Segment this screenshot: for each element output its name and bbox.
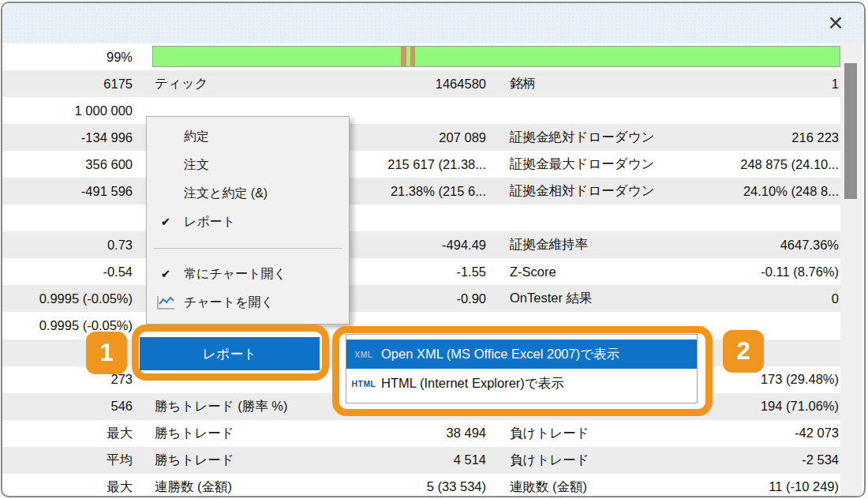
label-cell: 証拠金相対ドローダウン [510, 182, 679, 200]
menu-item-label: レポート [184, 214, 235, 231]
value-cell: 0.73 [2, 238, 133, 253]
menu-item-orders[interactable]: 注文 [148, 151, 348, 179]
annotation-badge-2: 2 [723, 330, 764, 373]
html-file-icon: HTML [346, 379, 381, 388]
value-cell: 1 000 000 [2, 103, 133, 118]
scrollbar-thumb[interactable] [844, 63, 857, 199]
tester-results-window: ✕ 99% 6175 ティック 1464580 銘柄 1 1 000 000 [1, 2, 866, 497]
checkmark-icon: ✔ [161, 215, 171, 229]
menu-item-label: チャートを開く [184, 295, 274, 311]
progress-percent-label: 99% [2, 50, 133, 65]
label-cell: 連勝数 (金額) [155, 478, 316, 496]
checkmark-icon: ✔ [161, 267, 171, 281]
value-cell: 0.9995 (-0.05%) [2, 291, 133, 306]
value-cell: 最大 [2, 425, 133, 442]
progress-bar [152, 46, 840, 67]
vertical-scrollbar[interactable] [840, 43, 862, 496]
menu-item-report-view[interactable]: ✔ レポート [148, 208, 348, 236]
value-cell: -42 073 [679, 426, 842, 441]
value-cell: 356 600 [2, 157, 133, 172]
value-cell: 4647.36% [679, 238, 842, 253]
value-cell: 5 (33 534) [316, 479, 486, 494]
label-cell: 銘柄 [510, 75, 679, 92]
label-cell: 証拠金最大ドローダウン [510, 156, 679, 173]
menu-item-label: 注文 [184, 157, 209, 174]
menu-item-always-open-chart[interactable]: ✔ 常にチャート開く [148, 260, 348, 288]
menu-item-deals[interactable]: 約定 [148, 122, 348, 151]
submenu-item-label: HTML (Internet Explorer)で表示 [381, 375, 564, 392]
value-cell: 24.10% (248 8... [679, 184, 842, 199]
table-row[interactable]: 6175 ティック 1464580 銘柄 1 [2, 70, 842, 97]
value-cell: 248 875 (24.10... [679, 157, 842, 172]
value-cell: -0.11 (8.76%) [679, 265, 842, 280]
progress-marker [410, 47, 415, 66]
results-table: 99% 6175 ティック 1464580 銘柄 1 1 000 000 [2, 43, 842, 497]
value-cell: 最大 [2, 478, 133, 496]
window-titlebar: ✕ [2, 3, 864, 43]
menu-item-label: 約定 [184, 129, 209, 145]
label-cell: Z-Score [510, 265, 679, 280]
table-row[interactable]: 0.9995 (-0.05%) -0.90 OnTester 結果 0 [2, 285, 842, 312]
menu-item-label: レポート [202, 345, 256, 363]
value-cell: 11 (-10 249) [679, 479, 842, 494]
annotation-box-1: レポート [132, 325, 329, 381]
value-cell: 216 223 [679, 130, 842, 145]
value-cell: 0 [679, 291, 842, 306]
submenu-item-html[interactable]: HTML HTML (Internet Explorer)で表示 [346, 369, 697, 398]
label-cell: 負けトレード [510, 425, 679, 442]
table-row[interactable]: -491 596 21.38% (215 6... 証拠金相対ドローダウン 24… [2, 178, 842, 204]
value-cell: -134 996 [2, 130, 133, 145]
label-cell: 負けトレード [510, 452, 679, 469]
label-cell: 連敗数 (金額) [510, 478, 679, 496]
table-row[interactable] [2, 204, 842, 231]
value-cell: -0.54 [2, 265, 133, 280]
chart-icon [157, 296, 174, 310]
value-cell: 平均 [2, 452, 133, 469]
close-icon[interactable]: ✕ [820, 9, 851, 37]
value-cell: 1464580 [316, 77, 486, 92]
context-menu: 約定 注文 注文と約定 (&) ✔ レポート ✔ 常にチャート開く [146, 116, 350, 325]
report-submenu: XML Open XML (MS Office Excel 2007)で表示 H… [346, 334, 698, 403]
table-row[interactable]: -0.54 -1.55 Z-Score -0.11 (8.76%) [2, 258, 842, 285]
table-row-progress: 99% [2, 43, 842, 70]
value-cell: 546 [2, 399, 133, 414]
menu-item-orders-and-deals[interactable]: 注文と約定 (&) [148, 179, 348, 208]
label-cell: ティック [155, 75, 316, 92]
table-row[interactable]: 1 000 000 [2, 97, 842, 124]
value-cell: 1 [679, 77, 842, 92]
label-cell: 勝ちトレード [155, 425, 316, 442]
menu-item-open-chart[interactable]: チャートを開く [148, 288, 348, 317]
menu-separator [153, 248, 342, 249]
table-row[interactable]: 最大 連勝数 (金額) 5 (33 534) 連敗数 (金額) 11 (-10 … [2, 474, 842, 497]
submenu-item-open-xml[interactable]: XML Open XML (MS Office Excel 2007)で表示 [346, 340, 697, 369]
annotation-box-2: XML Open XML (MS Office Excel 2007)で表示 H… [332, 326, 713, 416]
value-cell: -491 596 [2, 184, 133, 199]
table-row[interactable]: 0.73 -494.49 証拠金維持率 4647.36% [2, 231, 842, 258]
screenshot-stage: ✕ 99% 6175 ティック 1464580 銘柄 1 1 000 000 [0, 0, 868, 499]
value-cell: 38 494 [316, 426, 486, 441]
value-cell: -2 534 [679, 452, 842, 467]
label-cell: 証拠金維持率 [510, 236, 679, 253]
menu-item-report[interactable]: レポート [140, 337, 320, 370]
value-cell: 4 514 [316, 452, 486, 467]
xml-file-icon: XML [346, 350, 381, 359]
menu-item-label: 注文と約定 (&) [184, 186, 268, 202]
table-row[interactable]: 平均 勝ちトレード 4 514 負けトレード -2 534 [2, 447, 842, 474]
label-cell: 勝ちトレード (勝率 %) [155, 398, 316, 415]
value-cell: 6175 [2, 77, 133, 92]
label-cell: OnTester 結果 [510, 290, 679, 307]
label-cell: 勝ちトレード [155, 452, 316, 469]
menu-item-label: 常にチャート開く [184, 266, 286, 283]
progress-marker [401, 47, 406, 66]
table-row[interactable]: -134 996 207 089 証拠金絶対ドローダウン 216 223 [2, 124, 842, 151]
label-cell: 証拠金絶対ドローダウン [510, 129, 679, 146]
table-row[interactable]: 最大 勝ちトレード 38 494 負けトレード -42 073 [2, 420, 842, 447]
table-row[interactable]: 356 600 215 617 (21.38... 証拠金最大ドローダウン 24… [2, 151, 842, 178]
annotation-badge-1: 1 [86, 332, 127, 374]
submenu-item-label: Open XML (MS Office Excel 2007)で表示 [381, 346, 619, 363]
